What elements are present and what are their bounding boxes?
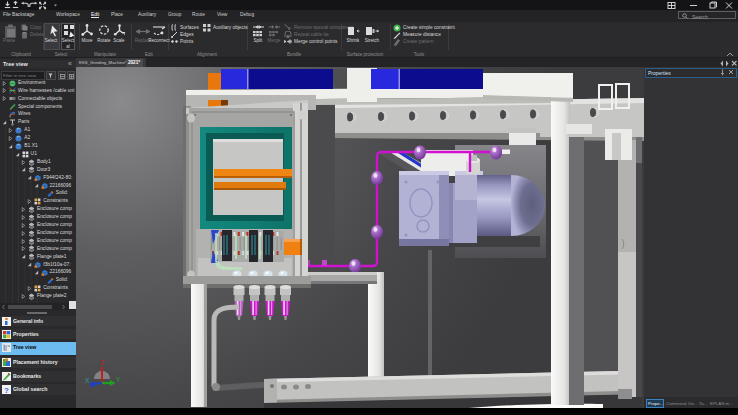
svg-text:?: ? [4,386,9,395]
svg-text:Y: Y [116,376,121,383]
svg-text:X: X [85,377,90,384]
svg-text:Z: Z [100,359,105,366]
